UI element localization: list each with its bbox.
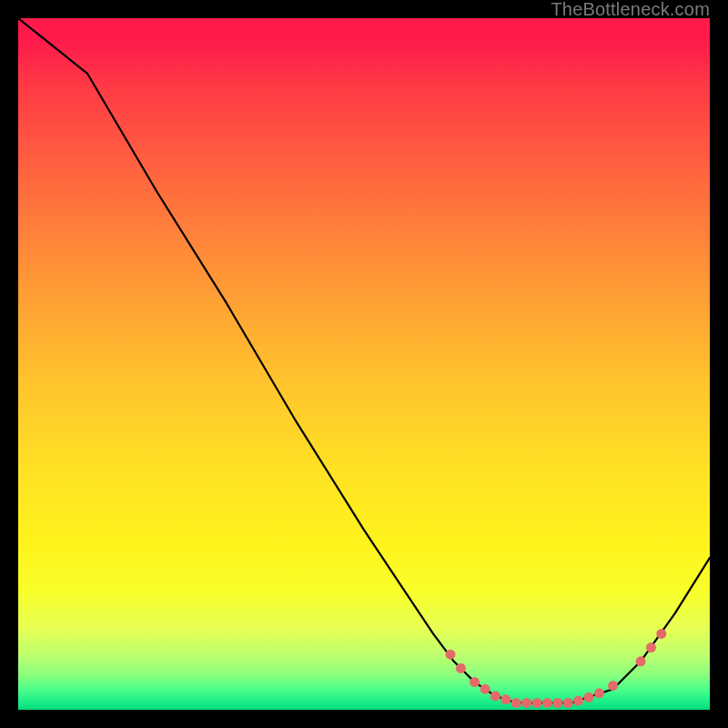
- chart-stage: TheBottleneck.com: [0, 0, 728, 728]
- data-dot: [446, 650, 456, 660]
- data-dot: [490, 691, 500, 701]
- data-dot: [594, 688, 604, 698]
- chart-svg: [18, 18, 710, 710]
- data-dot: [542, 698, 552, 708]
- data-dot: [511, 698, 521, 708]
- data-dot: [646, 642, 656, 652]
- data-dot: [470, 677, 480, 687]
- data-dot: [500, 694, 511, 704]
- bottleneck-curve: [18, 18, 710, 703]
- plot-area: [18, 18, 710, 710]
- data-dot: [456, 663, 466, 673]
- data-dot: [573, 696, 583, 706]
- watermark-text: TheBottleneck.com: [551, 0, 710, 20]
- data-dot: [636, 656, 646, 666]
- data-dot: [521, 698, 531, 708]
- data-dot: [656, 629, 666, 639]
- data-dot: [532, 698, 542, 708]
- data-dot: [552, 698, 562, 708]
- data-dot: [608, 681, 618, 691]
- data-dot: [480, 684, 490, 694]
- data-dot: [584, 693, 594, 703]
- data-dot: [563, 698, 573, 708]
